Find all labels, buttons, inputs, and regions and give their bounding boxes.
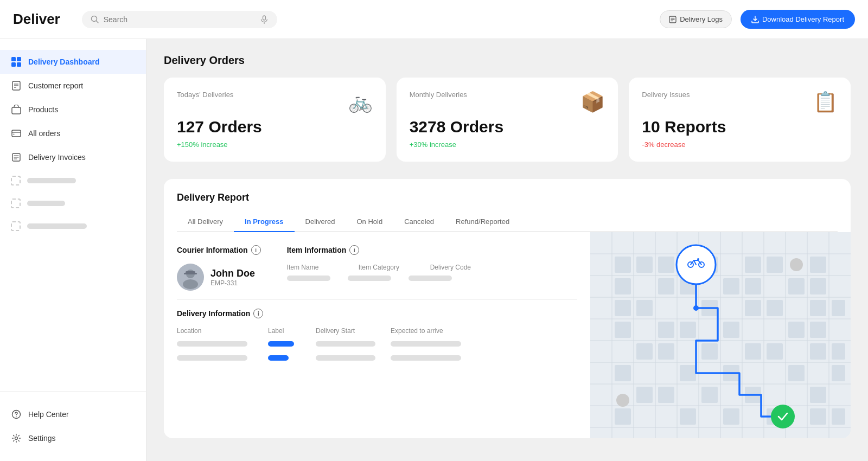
delivery-col-start: Delivery Start [316,327,386,335]
box-icon: 📦 [580,91,605,113]
delivery-logs-button[interactable]: Delivery Logs [660,10,732,28]
svg-rect-54 [745,257,761,273]
tab-in-progress[interactable]: In Progress [234,212,295,232]
svg-rect-73 [680,322,696,338]
stat-value: 10 Reports [642,118,838,136]
svg-line-1 [96,21,98,23]
svg-rect-83 [832,343,845,360]
stat-card-header: Todays' Deliveries 🚲 [177,91,373,113]
courier-item-row: Courier Information i [177,245,577,291]
sidebar-item-all-orders[interactable]: All orders [0,121,146,145]
tab-all-delivery[interactable]: All Delivery [177,212,234,232]
svg-rect-69 [810,300,826,316]
item-cell-placeholder [287,276,330,281]
tab-on-hold[interactable]: On Hold [346,212,393,232]
settings-icon [11,433,22,444]
svg-rect-90 [658,387,674,403]
search-input[interactable] [104,15,256,24]
stat-change: -3% decrease [642,140,838,149]
item-col-header-name: Item Name [287,264,341,271]
search-bar[interactable] [82,11,277,28]
svg-rect-93 [810,387,826,403]
sidebar-placeholder-2 [0,192,146,215]
svg-rect-57 [615,278,631,294]
sidebar-item-label: Settings [28,434,56,443]
sidebar-item-label: Help Center [28,410,69,419]
svg-rect-72 [658,322,674,338]
svg-point-22 [15,437,18,440]
label-badge [268,355,289,361]
placeholder-square [11,199,21,208]
sidebar-item-delivery-dashboard[interactable]: Delivery Dashboard [0,50,146,74]
svg-rect-70 [832,300,845,316]
map-grid [590,232,851,438]
placeholder-line [27,178,76,183]
svg-rect-58 [658,278,674,294]
delivery-logs-label: Delivery Logs [680,15,723,23]
mic-icon [260,15,269,24]
svg-rect-87 [788,365,805,381]
item-col-header-code: Delivery Code [430,264,484,271]
courier-id: EMP-331 [210,279,255,287]
svg-rect-63 [810,278,826,294]
svg-point-25 [183,279,198,289]
svg-rect-79 [701,343,718,360]
svg-rect-78 [658,343,674,360]
placeholder-line [27,201,65,206]
report-tabs: All Delivery In Progress Delivered On Ho… [177,212,838,232]
help-icon [11,409,22,420]
search-icon [91,15,99,24]
tab-canceled[interactable]: Canceled [393,212,445,232]
item-info: Item Information i Item Name Item Catego… [287,245,577,291]
divider [177,299,577,300]
logs-icon [669,16,676,23]
svg-rect-98 [810,408,826,425]
svg-rect-17 [12,130,21,137]
svg-rect-62 [788,278,805,294]
svg-rect-8 [11,57,16,61]
sidebar-item-settings[interactable]: Settings [0,426,146,450]
info-icon: i [349,245,359,255]
tab-delivered[interactable]: Delivered [295,212,346,232]
svg-rect-68 [767,300,783,316]
sidebar-item-label: Customer report [28,81,83,90]
courier-name: John Doe [210,268,255,279]
delivery-table-headers: Location Label Delivery Start Expected t… [177,327,577,335]
svg-rect-67 [745,300,761,316]
info-icon: i [251,245,261,255]
svg-rect-50 [636,257,653,273]
sidebar-item-delivery-invoices[interactable]: Delivery Invoices [0,145,146,169]
report-header: Delivery Report All Delivery In Progress… [164,179,851,232]
svg-rect-61 [745,278,761,294]
svg-point-106 [790,258,803,271]
svg-rect-60 [723,278,739,294]
svg-rect-77 [636,343,653,360]
tab-refund-reported[interactable]: Refund/Reported [445,212,520,232]
stat-value: 3278 Orders [410,118,605,136]
svg-rect-91 [701,387,718,403]
courier-avatar [177,264,204,291]
svg-rect-88 [832,365,845,381]
sidebar-item-help-center[interactable]: Help Center [0,402,146,426]
stat-card-header: Monthly Deliveries 📦 [410,91,605,113]
stat-change: +150% increase [177,140,373,149]
download-report-button[interactable]: Download Delivery Report [741,10,855,29]
delivery-report-section: Delivery Report All Delivery In Progress… [164,179,851,438]
stat-label: Monthly Deliveries [410,91,467,99]
sidebar-item-products[interactable]: Products [0,98,146,121]
placeholder-square [11,176,21,185]
svg-point-21 [16,417,17,418]
sidebar-item-label: All orders [28,129,60,138]
customer-report-icon [11,80,22,91]
sidebar-item-customer-report[interactable]: Customer report [0,74,146,98]
svg-rect-75 [788,322,805,338]
app-logo: Deliver [13,11,60,28]
placeholder-square [11,221,21,231]
svg-rect-74 [723,322,739,338]
sidebar-item-label: Delivery Invoices [28,153,86,162]
svg-rect-94 [615,408,631,425]
report-title: Delivery Report [177,192,838,203]
svg-rect-51 [658,257,674,273]
svg-rect-10 [11,62,16,67]
svg-rect-85 [680,365,696,381]
